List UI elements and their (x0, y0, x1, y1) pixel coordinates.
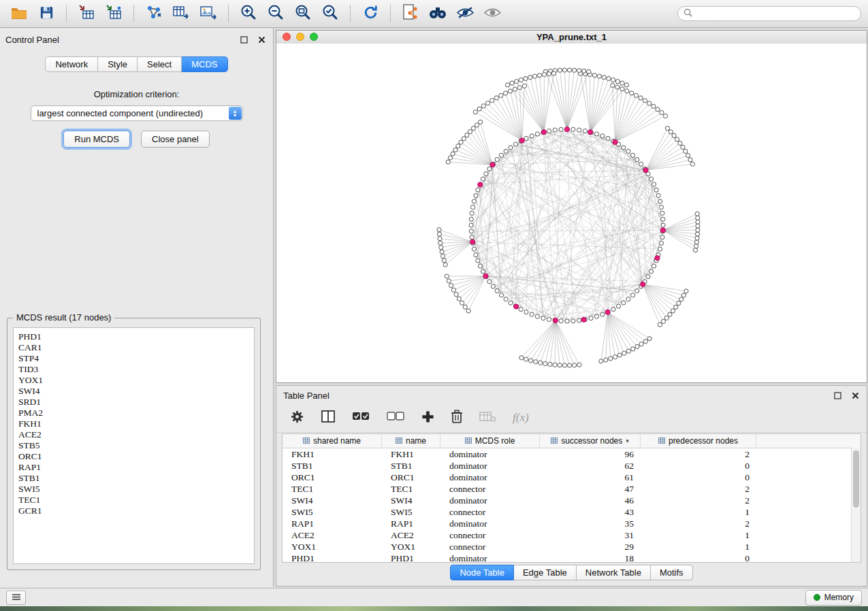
zoom-selected-button[interactable] (318, 3, 342, 24)
show-details-button[interactable] (480, 3, 504, 24)
refresh-button[interactable] (358, 3, 383, 24)
delete-column-button[interactable] (451, 409, 463, 427)
deselect-all-button[interactable] (387, 411, 405, 425)
status-menu-button[interactable] (6, 591, 26, 605)
tab-node-table[interactable]: Node Table (450, 565, 514, 580)
add-column-button[interactable] (421, 410, 434, 426)
zoom-fit-button[interactable] (291, 3, 315, 24)
column-header-successor-nodes[interactable]: successor nodes ▾ (540, 434, 641, 448)
network-window-titlebar[interactable]: YPA_prune.txt_1 (276, 31, 867, 44)
search-network-button[interactable] (425, 3, 450, 24)
close-panel-icon[interactable] (850, 391, 860, 400)
mcds-result-item[interactable]: ACE2 (18, 429, 254, 440)
import-network-from-table-button[interactable] (101, 3, 126, 24)
memory-label: Memory (824, 593, 854, 602)
mcds-result-item[interactable]: TID3 (18, 364, 254, 375)
optimization-criterion-label: Optimization criterion: (0, 89, 273, 99)
mcds-result-item[interactable]: STB5 (18, 440, 254, 451)
column-label: shared name (313, 436, 361, 446)
open-button[interactable] (7, 3, 31, 24)
mcds-result-group: MCDS result (17 nodes) PHD1 CAR1 STP4 TI… (7, 318, 261, 570)
columns-icon (321, 410, 336, 426)
table-row[interactable]: SWI4 SWI4 dominator 46 2 (283, 495, 861, 506)
mcds-result-item[interactable]: SWI5 (18, 484, 254, 495)
table-row[interactable]: STB1 STB1 dominator 62 0 (283, 460, 861, 472)
mcds-result-item[interactable]: YOX1 (18, 375, 254, 386)
tab-mcds[interactable]: MCDS (182, 56, 227, 72)
save-button[interactable] (34, 3, 59, 24)
cell-shared-name: TEC1 (283, 484, 382, 495)
select-all-button[interactable] (352, 411, 370, 425)
tab-select[interactable]: Select (138, 56, 182, 72)
tab-network[interactable]: Network (45, 56, 98, 72)
table-scrollbar[interactable] (851, 448, 861, 562)
mcds-result-list[interactable]: PHD1 CAR1 STP4 TID3 YOX1 SWI4 SRD1 PMA2 … (13, 327, 255, 564)
gear-icon (290, 410, 304, 427)
app-window: Control Panel Network Style Select MCDS … (0, 0, 868, 611)
network-canvas[interactable] (276, 44, 867, 382)
mcds-result-item[interactable]: STB1 (18, 473, 254, 484)
plus-icon (421, 410, 434, 426)
table-row[interactable]: FKH1 FKH1 dominator 96 2 (283, 448, 861, 460)
export-image-button[interactable] (196, 3, 221, 24)
column-header-predecessor-nodes[interactable]: predecessor nodes (641, 434, 756, 448)
float-panel-icon[interactable] (833, 391, 842, 400)
cell-shared-name: FKH1 (283, 449, 382, 460)
control-panel-tabs: Network Style Select MCDS (0, 56, 273, 72)
column-header-mcds-role[interactable]: MCDS role (440, 434, 540, 448)
table-settings-button[interactable] (290, 410, 304, 427)
mcds-result-item[interactable]: ORC1 (18, 451, 254, 462)
export-table-button[interactable] (169, 3, 193, 24)
cell-name: PHD1 (382, 553, 440, 563)
criterion-select[interactable]: largest connected component (undirected)… (31, 105, 243, 121)
column-label: predecessor nodes (669, 436, 738, 446)
float-panel-icon[interactable] (239, 35, 248, 44)
column-header-name[interactable]: name (382, 434, 440, 448)
run-mcds-button[interactable]: Run MCDS (63, 131, 130, 148)
mcds-result-item[interactable]: RAP1 (18, 462, 254, 473)
mcds-result-item[interactable]: STP4 (18, 353, 254, 364)
mcds-result-item[interactable]: SWI4 (18, 386, 254, 397)
show-columns-button[interactable] (321, 410, 336, 426)
table-row[interactable]: RAP1 RAP1 dominator 35 2 (283, 518, 861, 529)
mcds-result-item[interactable]: GCR1 (18, 506, 254, 516)
tab-style[interactable]: Style (98, 56, 138, 72)
tab-motifs[interactable]: Motifs (651, 565, 693, 580)
table-panel-title: Table Panel (283, 391, 329, 401)
maximize-window-icon[interactable] (310, 33, 318, 41)
table-row[interactable]: ORC1 ORC1 dominator 61 0 (283, 472, 861, 483)
table-row[interactable]: SWI5 SWI5 connector 43 1 (283, 506, 861, 518)
scrollbar-thumb[interactable] (853, 450, 859, 508)
table-row[interactable]: TEC1 TEC1 connector 47 2 (283, 483, 861, 495)
cell-mcds-role: dominator (440, 553, 540, 563)
mcds-result-item[interactable]: TEC1 (18, 495, 254, 506)
mcds-result-item[interactable]: SRD1 (18, 397, 254, 408)
import-table-button[interactable] (74, 3, 99, 24)
column-header-shared-name[interactable]: shared name (283, 434, 382, 448)
share-document-button[interactable] (398, 3, 423, 24)
new-network-button[interactable] (142, 3, 166, 24)
control-panel-header: Control Panel (0, 28, 273, 48)
checked-boxes-icon (352, 411, 370, 425)
cell-successor-nodes: 43 (540, 507, 641, 518)
tab-edge-table[interactable]: Edge Table (514, 565, 577, 580)
table-row[interactable]: YOX1 YOX1 connector 29 1 (283, 541, 861, 552)
zoom-out-button[interactable] (263, 3, 288, 24)
memory-button[interactable]: Memory (805, 590, 862, 606)
search-box[interactable] (677, 6, 861, 21)
search-input[interactable] (696, 8, 855, 19)
mcds-result-item[interactable]: CAR1 (18, 342, 254, 353)
zoom-in-button[interactable] (236, 3, 261, 24)
close-window-icon[interactable] (283, 33, 291, 41)
tab-network-table[interactable]: Network Table (577, 565, 651, 580)
close-panel-button[interactable]: Close panel (141, 131, 210, 148)
table-row[interactable]: ACE2 ACE2 connector 31 1 (283, 529, 861, 541)
mcds-result-item[interactable]: FKH1 (18, 418, 254, 429)
table-row[interactable]: PHD1 PHD1 dominator 18 0 (283, 552, 861, 563)
column-grid-icon (396, 436, 402, 446)
close-panel-icon[interactable] (257, 35, 266, 44)
hide-details-button[interactable] (453, 3, 477, 24)
mcds-result-item[interactable]: PMA2 (18, 408, 254, 418)
mcds-result-item[interactable]: PHD1 (18, 331, 254, 342)
minimize-window-icon[interactable] (296, 33, 304, 41)
